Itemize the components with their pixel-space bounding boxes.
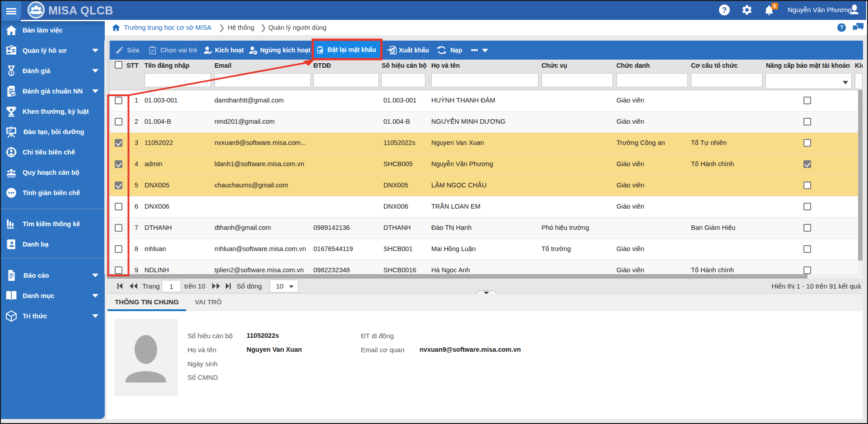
svg-text:?: ? (840, 24, 844, 31)
svg-text:?: ? (722, 6, 727, 14)
svg-text:1: 1 (10, 71, 12, 75)
